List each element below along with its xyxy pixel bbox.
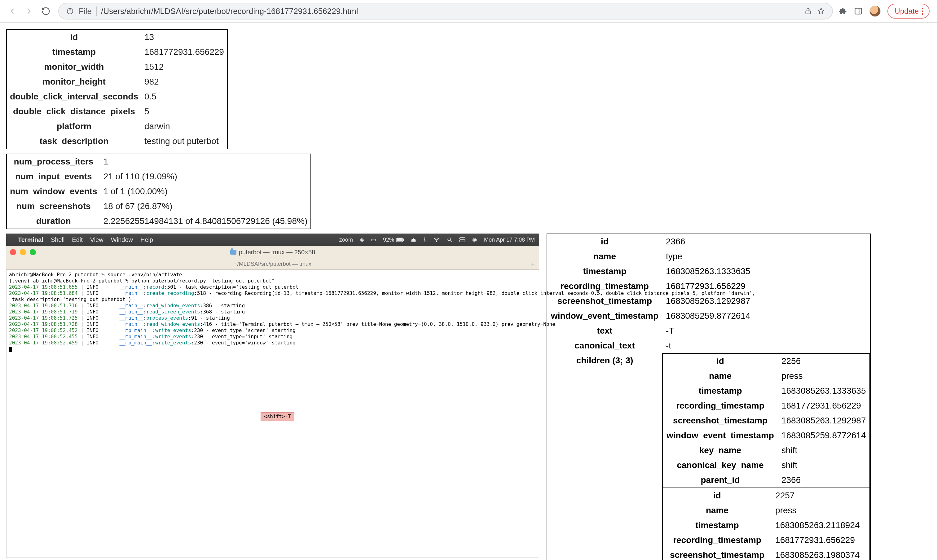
clock-menubar: Mon Apr 17 7:08 PM [484,237,535,243]
minimize-window-icon[interactable] [20,249,26,255]
meta-val: 1681772931.656229 [141,45,227,60]
table-row: namepress [663,369,870,383]
child-val: 2257 [772,488,870,503]
omnibox[interactable]: File /Users/abrichr/MLDSAI/src/puterbot/… [58,3,833,20]
table-row: text-T [547,323,871,338]
terminal-line: 2023-04-17 19:08:51.655 | INFO | __main_… [9,284,536,290]
zoom-window-icon[interactable] [30,249,36,255]
table-row: parent_id2366 [663,473,870,488]
table-row: screenshot_timestamp1683085263.1980374 [663,548,870,560]
terminal-body[interactable]: abrichr@MacBook-Pro-2 puterbot % source … [6,270,539,558]
stat-key: num_window_events [6,184,100,199]
menu-item[interactable]: Help [140,236,153,243]
terminal-line: task_description='testing out puterbot') [9,297,536,303]
bookmark-star-icon[interactable] [817,7,826,15]
svg-line-11 [450,240,452,242]
browser-right-cluster: Update [838,4,931,18]
table-row: duration2.225625514984131 of 4.840815067… [6,214,311,229]
key-annotation-chip: <shift>-T [260,412,294,421]
zoom-label: zoom [339,237,353,243]
terminal-line: abrichr@MacBook-Pro-2 puterbot % source … [9,272,536,278]
child-val: 1683085263.2118924 [772,518,870,533]
table-row: num_input_events21 of 110 (19.09%) [6,169,311,184]
menu-item[interactable]: Shell [51,236,65,243]
child-val: 2366 [778,473,870,488]
child-key: timestamp [663,518,772,533]
children-row: children (3; 3)id2256namepresstimestamp1… [547,353,871,560]
child-val: shift [778,443,870,458]
window-traffic-lights[interactable] [10,249,36,255]
extensions-icon[interactable] [838,7,847,15]
wifi-menubar-icon [433,237,440,242]
search-menubar-icon [447,237,452,243]
table-row: canonical_key_nameshift [663,458,870,473]
event-val: -t [662,338,871,353]
table-row: num_screenshots18 of 67 (26.87%) [6,199,311,214]
bluetooth-menubar-icon: ᚼ [423,237,426,243]
child-key: screenshot_timestamp [663,413,778,428]
screenshot-panel: Terminal ShellEditViewWindowHelp zoom ◈ … [6,234,539,558]
side-panel-icon[interactable] [854,7,863,15]
stat-key: num_screenshots [6,199,100,214]
update-button[interactable]: Update [888,4,929,18]
new-tab-button[interactable]: + [531,260,535,268]
meta-key: double_click_interval_seconds [6,89,141,104]
share-icon[interactable] [804,7,812,15]
menu-item[interactable]: View [90,236,103,243]
siri-menubar-icon: ◉ [472,236,477,243]
menu-item[interactable]: Window [111,236,133,243]
terminal-tab-title: ~/MLDSAI/src/puterbot — tmux [234,261,311,267]
child-val: 1683085263.1980374 [772,548,870,560]
table-row: recording_timestamp1681772931.656229 [663,533,870,548]
forward-button[interactable] [22,4,36,18]
child-key: name [663,369,778,383]
event-val: 1683085263.1333635 [662,264,871,279]
table-row: timestamp1683085263.2118924 [663,518,870,533]
meta-val: 982 [141,74,227,89]
control-center-menubar-icon [459,237,465,242]
table-row: canonical_text-t [547,338,871,353]
event-val: type [662,249,871,264]
profile-avatar[interactable] [869,6,881,17]
children-label: children (3; 3) [547,353,662,560]
table-row: monitor_height982 [6,74,227,89]
table-row: id13 [6,29,227,45]
event-val: 1683085259.8772614 [662,309,871,323]
event-table: id2366nametypetimestamp1683085263.133363… [547,234,871,560]
child-val: press [778,369,870,383]
mac-menu-bar: Terminal ShellEditViewWindowHelp zoom ◈ … [6,234,539,246]
meta-val: testing out puterbot [141,134,227,149]
child-val: 1683085259.8772614 [778,428,870,443]
table-row: timestamp1683085263.1333635 [547,264,871,279]
event-val: -T [662,323,871,338]
site-info-icon[interactable] [66,7,74,15]
table-row: timestamp1681772931.656229 [6,45,227,60]
table-row: platformdarwin [6,119,227,134]
close-window-icon[interactable] [10,249,16,255]
meta-key: id [6,29,141,45]
child-val: 1681772931.656229 [778,398,870,413]
svg-point-10 [448,238,450,241]
svg-rect-8 [397,238,402,241]
menu-app-name: Terminal [18,236,43,243]
svg-rect-13 [459,240,465,242]
table-row: window_event_timestamp1683085259.8772614 [547,309,871,323]
terminal-line: 2023-04-17 19:08:52.452 | INFO | __mp_ma… [9,328,536,334]
reload-button[interactable] [39,4,53,18]
terminal-window-chrome: puterbot — tmux — 250×58 ~/MLDSAI/src/pu… [6,246,539,270]
table-row: num_process_iters1 [6,154,311,169]
menu-item[interactable]: Edit [72,236,82,243]
child-key: id [663,488,772,503]
kebab-icon [922,8,923,15]
terminal-line: 2023-04-17 19:08:51.716 | INFO | __main_… [9,303,536,309]
child-key: timestamp [663,383,778,398]
stat-key: num_input_events [6,169,100,184]
terminal-line: (.venv) abrichr@MacBook-Pro-2 puterbot %… [9,278,536,284]
event-key: text [547,323,662,338]
child-event-table: id2256namepresstimestamp1683085263.13336… [662,353,871,488]
child-val: press [772,503,870,518]
stat-val: 21 of 110 (19.09%) [100,169,311,184]
child-key: recording_timestamp [663,533,772,548]
stat-key: duration [6,214,100,229]
back-button[interactable] [6,4,19,18]
